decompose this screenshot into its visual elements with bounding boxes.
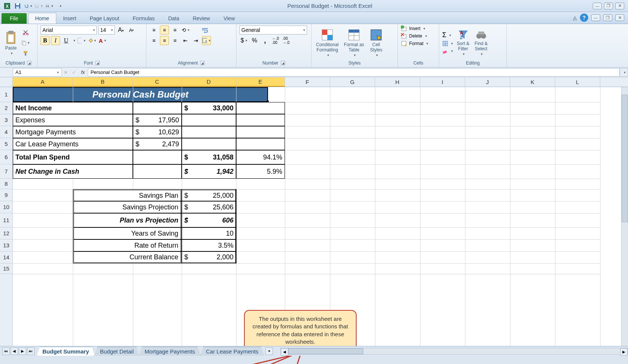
formula-input[interactable]: Personal Cash Budget [88, 68, 620, 77]
cell[interactable] [182, 114, 236, 126]
cell[interactable] [133, 150, 182, 164]
italic-button[interactable]: I [51, 36, 60, 45]
underline-button[interactable]: U [62, 36, 71, 45]
column-header-C[interactable]: C [133, 77, 182, 87]
tab-view[interactable]: View [217, 13, 241, 24]
row-header-13[interactable]: 13 [0, 239, 12, 251]
alignment-launcher[interactable]: ◢ [200, 61, 205, 65]
sheet-tab-budget-summary[interactable]: Budget Summary [37, 347, 95, 356]
column-header-D[interactable]: D [182, 77, 236, 87]
vertical-scrollbar[interactable] [621, 87, 628, 356]
cell-styles-button[interactable]: Cell Styles▾ [368, 27, 384, 57]
borders-button[interactable]: ▾ [77, 36, 86, 45]
sheet-tab-car-lease-payments[interactable]: Car Lease Payments [200, 347, 264, 356]
cell[interactable]: Rate of Return [73, 239, 182, 251]
horizontal-scrollbar[interactable]: ◀▶ [280, 348, 628, 355]
cell[interactable]: $25,000 [182, 189, 236, 201]
cell[interactable]: 3.5% [182, 239, 236, 251]
cell[interactable]: Net Change in Cash [13, 164, 133, 179]
enter-formula-icon[interactable]: ✓ [72, 70, 76, 75]
fill-button[interactable]: ▾ [442, 41, 453, 47]
cell-title[interactable]: Personal Cash Budget [13, 87, 268, 102]
align-center-button[interactable]: ≡ [160, 36, 169, 45]
row-header-3[interactable]: 3 [0, 114, 12, 126]
clipboard-launcher[interactable]: ◢ [27, 61, 32, 65]
expand-formula-bar[interactable]: ▾ [620, 68, 628, 77]
cell[interactable]: Mortgage Payments [13, 126, 133, 138]
cell[interactable] [236, 126, 285, 138]
column-header-G[interactable]: G [330, 77, 375, 87]
column-header-E[interactable]: E [236, 77, 285, 87]
sheet-tab-budget-detail[interactable]: Budget Detail [94, 347, 139, 356]
name-box[interactable]: A1▾ [13, 68, 62, 77]
tab-data[interactable]: Data [161, 13, 186, 24]
cell[interactable]: $33,000 [182, 102, 236, 114]
conditional-formatting-button[interactable]: Conditional Formatting▾ [315, 27, 340, 57]
workbook-minimize[interactable]: — [591, 14, 600, 21]
cell[interactable]: $31,058 [182, 150, 236, 164]
font-name-combo[interactable]: Arial▾ [41, 26, 97, 35]
cancel-formula-icon[interactable]: ✕ [64, 70, 68, 75]
autosum-button[interactable]: Σ▾ [442, 31, 453, 39]
merge-center-button[interactable]: a▾ [202, 36, 211, 45]
cell[interactable] [133, 164, 182, 179]
tab-insert[interactable]: Insert [56, 13, 83, 24]
row-header-6[interactable]: 6 [0, 150, 12, 164]
align-left-button[interactable]: ≡ [149, 36, 158, 45]
cell[interactable] [182, 126, 236, 138]
select-all-corner[interactable] [0, 77, 12, 87]
column-header-J[interactable]: J [465, 77, 510, 87]
column-header-B[interactable]: B [73, 77, 133, 87]
row-header-2[interactable]: 2 [0, 102, 12, 114]
insert-cells-button[interactable]: Insert▾ [401, 26, 425, 32]
fill-color-button[interactable]: ▾ [87, 36, 96, 45]
cell[interactable]: $10,629 [133, 126, 182, 138]
column-header-K[interactable]: K [510, 77, 555, 87]
new-sheet-button[interactable]: ✦ [265, 347, 273, 355]
align-bottom-button[interactable]: ≡ [170, 26, 179, 35]
cell[interactable]: Savings Plan [73, 189, 182, 201]
row-header-4[interactable]: 4 [0, 126, 12, 138]
row-header-8[interactable]: 8 [0, 179, 12, 189]
font-color-button[interactable]: A▾ [98, 36, 107, 45]
paste-button[interactable]: Paste ▾ [3, 29, 19, 56]
cell[interactable]: Expenses [13, 114, 133, 126]
format-as-table-button[interactable]: Format as Table▾ [342, 27, 366, 57]
help-icon[interactable]: ? [580, 14, 588, 22]
cell[interactable] [236, 114, 285, 126]
number-launcher[interactable]: ◢ [281, 61, 285, 65]
qat-customize[interactable]: ▾ [56, 2, 64, 10]
row-header-14[interactable]: 14 [0, 251, 12, 263]
column-header-I[interactable]: I [420, 77, 465, 87]
sheet-tab-mortgage-payments[interactable]: Mortgage Payments [139, 347, 200, 356]
increase-indent-button[interactable]: ⇥ [191, 36, 200, 45]
last-sheet-button[interactable]: ⏭ [27, 347, 35, 355]
tab-home[interactable]: Home [28, 13, 56, 24]
format-cells-button[interactable]: Format▾ [401, 41, 428, 47]
row-header-1[interactable]: 1 [0, 87, 12, 102]
grow-font-button[interactable]: A▴ [116, 26, 125, 35]
excel-icon[interactable]: X [3, 2, 11, 10]
cell[interactable]: $606 [182, 213, 236, 227]
close-button[interactable]: ✕ [615, 3, 624, 9]
cell[interactable]: 94.1% [236, 150, 285, 164]
column-header-H[interactable]: H [375, 77, 420, 87]
sort-filter-button[interactable]: AZSort & Filter▾ [455, 29, 471, 56]
row-header-9[interactable]: 9 [0, 189, 12, 201]
first-sheet-button[interactable]: ⏮ [2, 347, 10, 355]
row-header-11[interactable]: 11 [0, 213, 12, 227]
cell[interactable]: Net Income [13, 102, 133, 114]
percent-format-button[interactable]: % [250, 36, 259, 45]
fx-icon[interactable]: fx [81, 69, 85, 75]
comma-format-button[interactable]: , [261, 36, 270, 45]
restore-button[interactable]: ❐ [604, 3, 613, 9]
prev-sheet-button[interactable]: ◀ [11, 347, 18, 355]
format-painter-button[interactable] [21, 49, 30, 58]
decrease-decimal-button[interactable]: .00→.0 [282, 36, 291, 45]
cell[interactable]: Plan vs Projection [73, 213, 182, 227]
align-top-button[interactable]: ≡ [149, 26, 158, 35]
tab-file[interactable]: File [2, 13, 27, 24]
cell[interactable]: Car Lease Payments [13, 138, 133, 150]
cell[interactable]: $2,000 [182, 251, 236, 263]
accounting-format-button[interactable]: $▾ [239, 36, 248, 45]
